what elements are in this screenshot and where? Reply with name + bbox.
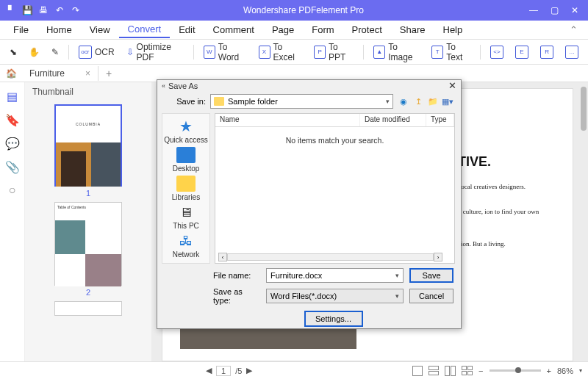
cancel-button[interactable]: Cancel: [409, 289, 453, 303]
zoom-in-icon[interactable]: +: [547, 367, 551, 375]
print-icon[interactable]: 🖶: [38, 5, 49, 15]
zoom-slider[interactable]: [490, 369, 541, 372]
ocr-button[interactable]: ocrOCR: [74, 43, 120, 62]
vertical-scrollbar[interactable]: [581, 87, 587, 131]
view-two-icon[interactable]: [445, 366, 456, 376]
settings-button[interactable]: Settings...: [304, 311, 363, 327]
image-icon: ▲: [373, 46, 385, 59]
to-ppt-button[interactable]: PTo PPT: [309, 39, 359, 65]
place-libraries[interactable]: Libraries: [172, 176, 200, 201]
prev-page-icon[interactable]: ◀: [206, 366, 212, 375]
maximize-button[interactable]: ▢: [545, 3, 563, 18]
tab-close-icon[interactable]: ×: [85, 68, 90, 79]
network-icon: 🖧: [176, 233, 196, 249]
zoom-out-icon[interactable]: −: [478, 367, 483, 375]
back-icon[interactable]: ◉: [398, 95, 409, 107]
tab-furniture[interactable]: Furniture ×: [22, 66, 98, 81]
menu-home[interactable]: Home: [37, 22, 81, 37]
view-menu-icon[interactable]: ▦▾: [442, 95, 453, 107]
savetype-label: Save as type:: [213, 287, 260, 305]
to-rtf-button[interactable]: R: [535, 43, 559, 62]
thumbnail-page-1[interactable]: COLUMBIA: [54, 104, 122, 187]
next-page-icon[interactable]: ▶: [246, 366, 252, 375]
menu-edit[interactable]: Edit: [170, 22, 204, 37]
close-button[interactable]: ✕: [566, 3, 584, 18]
hand-icon: ✋: [29, 47, 40, 57]
select-tool[interactable]: ⬊: [4, 44, 22, 60]
edit-tool[interactable]: ✎: [46, 44, 64, 60]
menu-help[interactable]: Help: [434, 22, 472, 37]
to-text-button[interactable]: TTo Text: [426, 39, 476, 65]
menu-form[interactable]: Form: [303, 22, 343, 37]
save-icon[interactable]: 💾: [22, 5, 32, 15]
place-desktop[interactable]: Desktop: [173, 147, 200, 173]
to-image-button[interactable]: ▲To Image: [368, 39, 425, 65]
scroll-right-icon[interactable]: ›: [434, 253, 442, 261]
ocr-icon: ocr: [79, 46, 92, 59]
statusbar: ◀ 1 /5 ▶ − + 86% ▾: [0, 361, 588, 379]
thumbnails-icon[interactable]: ▤: [6, 90, 19, 103]
up-icon[interactable]: ↥: [412, 95, 424, 107]
place-quick-access[interactable]: ★ Quick access: [164, 118, 207, 144]
col-date[interactable]: Date modified: [360, 114, 426, 126]
menu-share[interactable]: Share: [391, 22, 434, 37]
hand-tool[interactable]: ✋: [24, 44, 45, 60]
thumbnail-page-3[interactable]: [54, 301, 122, 316]
horizontal-scrollbar[interactable]: ‹ ›: [218, 253, 442, 261]
search-icon[interactable]: ○: [6, 184, 19, 197]
zoom-dropdown-icon[interactable]: ▾: [579, 367, 582, 374]
new-folder-icon[interactable]: 📁: [427, 95, 439, 107]
file-list[interactable]: Name Date modified Type No items match y…: [215, 113, 455, 264]
col-type[interactable]: Type: [426, 114, 454, 126]
titlebar: ▘ 💾 🖶 ↶ ↷ Wondershare PDFelement Pro — ▢…: [0, 0, 588, 21]
page-current[interactable]: 1: [216, 366, 231, 376]
to-excel-label: To Excel: [273, 42, 303, 62]
to-html-button[interactable]: <>: [485, 43, 509, 62]
no-items-message: No items match your search.: [215, 127, 454, 154]
to-word-label: To Word: [218, 42, 247, 62]
view-grid-icon[interactable]: [462, 366, 473, 375]
tab-add-button[interactable]: +: [98, 68, 119, 79]
menu-convert[interactable]: Convert: [119, 21, 171, 38]
optimize-label: Optimize PDF: [137, 42, 184, 62]
to-excel-button[interactable]: XTo Excel: [254, 39, 308, 65]
chevron-down-icon: ▾: [395, 292, 399, 300]
savetype-dropdown[interactable]: Word Files(*.docx) ▾: [266, 289, 404, 303]
tab-home-icon[interactable]: 🏠: [0, 68, 22, 79]
minimize-button[interactable]: —: [525, 3, 542, 18]
filename-input[interactable]: Furniture.docx ▾: [266, 268, 404, 283]
cursor-icon: ⬊: [10, 47, 17, 57]
to-other-button[interactable]: …: [560, 43, 584, 62]
bookmarks-icon[interactable]: 🔖: [6, 113, 19, 126]
optimize-button[interactable]: ⇩Optimize PDF: [121, 39, 189, 65]
to-epub-button[interactable]: E: [510, 43, 534, 62]
menu-comment[interactable]: Comment: [204, 22, 263, 37]
menu-protect[interactable]: Protect: [343, 22, 391, 37]
chevron-left-icon[interactable]: «: [162, 82, 165, 90]
save-button[interactable]: Save: [409, 268, 453, 283]
chevron-down-icon[interactable]: ▾: [395, 272, 399, 279]
scroll-left-icon[interactable]: ‹: [218, 253, 227, 261]
to-text-label: To Text: [446, 42, 470, 62]
savein-value: Sample folder: [228, 97, 278, 106]
tab-label: Furniture: [29, 68, 65, 79]
redo-icon[interactable]: ↷: [71, 5, 81, 15]
place-this-pc[interactable]: 🖥 This PC: [173, 204, 199, 230]
comments-icon[interactable]: 💬: [6, 137, 19, 150]
collapse-ribbon-icon[interactable]: ⌃: [564, 24, 584, 35]
to-word-button[interactable]: WTo Word: [198, 39, 252, 65]
view-single-icon[interactable]: [412, 366, 423, 376]
thumbnail-page-2[interactable]: Table of Contents: [54, 202, 122, 286]
attachments-icon[interactable]: 📎: [6, 160, 19, 173]
divider: [193, 45, 194, 59]
dialog-close-icon[interactable]: ✕: [448, 80, 456, 91]
place-network[interactable]: 🖧 Network: [173, 233, 200, 259]
undo-icon[interactable]: ↶: [54, 5, 65, 15]
pc-icon: 🖥: [176, 204, 196, 220]
view-continuous-icon[interactable]: [429, 366, 439, 375]
col-name[interactable]: Name: [215, 114, 360, 126]
menu-view[interactable]: View: [81, 22, 119, 37]
menu-page[interactable]: Page: [263, 22, 303, 37]
savein-dropdown[interactable]: Sample folder ▾: [210, 94, 393, 109]
menu-file[interactable]: File: [4, 22, 37, 37]
